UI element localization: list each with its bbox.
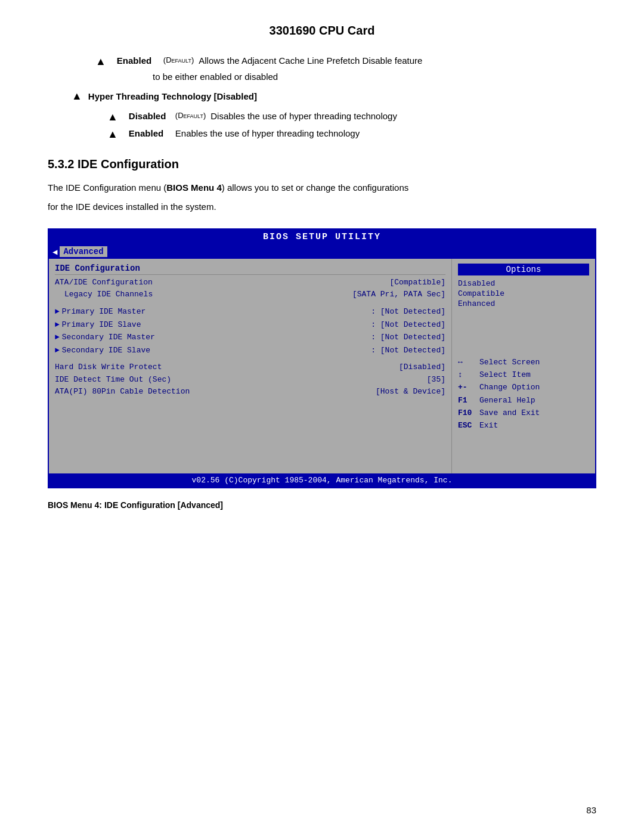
key-ud-desc: Select Item	[479, 370, 531, 380]
enabled-item: ▲ Enabled (Default) Allows the Adjacent …	[72, 55, 596, 68]
keybind-select-screen: ↔ Select Screen	[458, 357, 589, 368]
bios-nav-advanced[interactable]: Advanced	[60, 246, 107, 257]
key-f1: F1	[458, 395, 479, 406]
ht-disabled-label: Disabled	[129, 111, 171, 121]
key-pm-desc: Change Option	[479, 382, 540, 393]
legacy-value: [SATA Pri, PATA Sec]	[352, 289, 445, 300]
section-number: 5.3.2	[48, 157, 74, 171]
bios-row-ideto: IDE Detect Time Out (Sec) [35]	[55, 374, 445, 385]
bios-caption: BIOS Menu 4: IDE Configuration [Advanced…	[48, 500, 596, 510]
key-f10-desc: Save and Exit	[479, 408, 540, 419]
section-heading: 5.3.2 IDE Configuration	[48, 157, 596, 171]
ideto-label: IDE Detect Time Out (Sec)	[55, 374, 171, 385]
bios-screen: BIOS SETUP UTILITY ◀ Advanced IDE Config…	[48, 228, 596, 488]
primary-master-value: : [Not Detected]	[371, 306, 445, 318]
secondary-slave-arrow: ►	[55, 345, 60, 357]
primary-slave-label: Primary IDE Slave	[62, 319, 371, 331]
primary-master-arrow: ►	[55, 306, 60, 318]
bios-options-title: Options	[458, 264, 589, 275]
key-f10: F10	[458, 408, 479, 419]
hyper-threading-header: ▲ Hyper Threading Technology [Disabled]	[72, 90, 596, 103]
page-container: 3301690 CPU Card ▲ Enabled (Default) All…	[0, 0, 644, 833]
ideto-value: [35]	[427, 374, 445, 385]
sep1	[55, 301, 445, 306]
bios-row-atapi: ATA(PI) 80Pin Cable Detection [Host & De…	[55, 386, 445, 397]
bios-row-hdwp: Hard Disk Write Protect [Disabled]	[55, 362, 445, 373]
bios-row-ata: ATA/IDE Configuration [Compatible]	[55, 277, 445, 288]
secondary-slave-value: : [Not Detected]	[371, 345, 445, 357]
sep2	[55, 357, 445, 362]
option-compatible: Compatible	[458, 289, 589, 298]
bios-title-bar: BIOS SETUP UTILITY	[49, 230, 595, 244]
primary-master-row: ► Primary IDE Master : [Not Detected]	[55, 306, 445, 318]
key-lr-desc: Select Screen	[479, 357, 540, 368]
secondary-master-arrow: ►	[55, 332, 60, 343]
bios-row-legacy: Legacy IDE Channels [SATA Pri, PATA Sec]	[55, 289, 445, 300]
bios-section-title: IDE Configuration	[55, 264, 445, 275]
ht-enabled-arrow: ▲	[107, 128, 118, 141]
bios-right-panel: Options Disabled Compatible Enhanced ↔ S…	[452, 259, 595, 473]
ht-disabled-desc: Disables the use of hyper threading tech…	[210, 111, 397, 121]
keybind-save-exit: F10 Save and Exit	[458, 408, 589, 419]
key-pm: +-	[458, 382, 479, 393]
page-title: 3301690 CPU Card	[48, 24, 596, 38]
ht-disabled-default: (Default)	[175, 111, 206, 120]
primary-slave-arrow: ►	[55, 319, 60, 331]
key-esc-desc: Exit	[479, 420, 498, 431]
ht-enabled-label: Enabled	[129, 128, 171, 138]
option-enhanced: Enhanced	[458, 299, 589, 308]
secondary-master-row: ► Secondary IDE Master : [Not Detected]	[55, 332, 445, 343]
bios-menu-bold: BIOS Menu 4	[166, 182, 222, 193]
ht-disabled-arrow: ▲	[107, 111, 118, 123]
enabled-label: Enabled	[117, 55, 159, 66]
key-esc: ESC	[458, 420, 479, 431]
primary-slave-row: ► Primary IDE Slave : [Not Detected]	[55, 319, 445, 331]
bios-nav-bar: ◀ Advanced	[49, 244, 595, 259]
ht-arrow-icon: ▲	[72, 90, 82, 103]
primary-master-label: Primary IDE Master	[62, 306, 371, 318]
page-number: 83	[586, 805, 596, 815]
secondary-slave-label: Secondary IDE Slave	[62, 345, 371, 357]
secondary-master-label: Secondary IDE Master	[62, 332, 371, 343]
enabled-desc-line1: Allows the Adjacent Cache Line Prefetch …	[199, 55, 422, 66]
atapi-label: ATA(PI) 80Pin Cable Detection	[55, 386, 190, 397]
ht-disabled-item: ▲ Disabled (Default) Disables the use of…	[72, 111, 596, 123]
primary-slave-value: : [Not Detected]	[371, 319, 445, 331]
arrow-icon: ▲	[95, 55, 106, 68]
bios-footer: v02.56 (C)Copyright 1985-2004, American …	[49, 473, 595, 487]
top-section: ▲ Enabled (Default) Allows the Adjacent …	[48, 55, 596, 141]
caption-text: BIOS Menu 4: IDE Configuration [Advanced…	[48, 500, 223, 510]
paragraph1: The IDE Configuration menu (BIOS Menu 4)…	[48, 181, 596, 195]
secondary-slave-row: ► Secondary IDE Slave : [Not Detected]	[55, 345, 445, 357]
ht-header-label: Hyper Threading Technology [Disabled]	[88, 91, 257, 101]
atapi-value: [Host & Device]	[376, 386, 445, 397]
keybind-general-help: F1 General Help	[458, 395, 589, 406]
keybind-change-option: +- Change Option	[458, 382, 589, 393]
hdwp-label: Hard Disk Write Protect	[55, 362, 162, 373]
ata-label: ATA/IDE Configuration	[55, 277, 153, 288]
ht-enabled-desc: Enables the use of hyper threading techn…	[175, 128, 360, 138]
key-lr-arrow: ↔	[458, 357, 479, 368]
legacy-label: Legacy IDE Channels	[64, 289, 153, 300]
key-f1-desc: General Help	[479, 395, 535, 406]
options-spacer	[458, 309, 589, 357]
paragraph2: for the IDE devices installed in the sys…	[48, 200, 596, 214]
hdwp-value: [Disabled]	[399, 362, 445, 373]
bios-body: IDE Configuration ATA/IDE Configuration …	[49, 259, 595, 473]
ata-value: [Compatible]	[389, 277, 445, 288]
secondary-master-value: : [Not Detected]	[371, 332, 445, 343]
section-title: IDE Configuration	[78, 157, 179, 171]
keybind-exit: ESC Exit	[458, 420, 589, 431]
ht-enabled-item: ▲ Enabled Enables the use of hyper threa…	[72, 128, 596, 141]
default-tag: (Default)	[163, 55, 194, 64]
option-disabled: Disabled	[458, 279, 589, 288]
keybind-select-item: ↕ Select Item	[458, 370, 589, 380]
bios-left-panel: IDE Configuration ATA/IDE Configuration …	[49, 259, 452, 473]
enabled-desc-line2: to be either enabled or disabled	[72, 72, 596, 82]
key-ud-arrow: ↕	[458, 370, 479, 380]
